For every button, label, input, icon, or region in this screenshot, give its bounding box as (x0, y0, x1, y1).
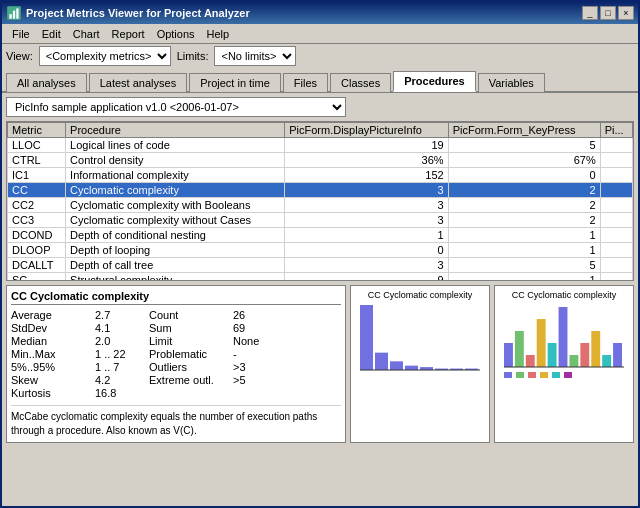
table-cell-5-1: Cyclomatic complexity without Cases (66, 213, 285, 228)
table-cell-5-0: CC3 (8, 213, 66, 228)
table-cell-5-2: 3 (285, 213, 448, 228)
view-select[interactable]: <Complexity metrics> (39, 46, 171, 66)
stats-value: 26 (233, 309, 293, 321)
menu-item-help[interactable]: Help (201, 26, 236, 42)
close-button[interactable]: × (618, 6, 634, 20)
table-cell-3-0: CC (8, 183, 66, 198)
stats-value: 2.0 (95, 335, 145, 347)
table-cell-1-1: Control density (66, 153, 285, 168)
limits-select[interactable]: <No limits> (214, 46, 296, 66)
table-cell-5-3: 2 (448, 213, 600, 228)
charts-area: CC Cyclomatic complexity CC Cyclomatic c… (350, 285, 634, 443)
tab-latest-analyses[interactable]: Latest analyses (89, 73, 187, 92)
menu-item-edit[interactable]: Edit (36, 26, 67, 42)
table-cell-9-0: SC (8, 273, 66, 282)
menu-item-options[interactable]: Options (151, 26, 201, 42)
tabs-container: All analysesLatest analysesProject in ti… (2, 68, 638, 93)
stats-value: 1 .. 22 (95, 348, 145, 360)
table-cell-8-0: DCALLT (8, 258, 66, 273)
table-cell-9-2: 9 (285, 273, 448, 282)
metrics-table-container[interactable]: MetricProcedurePicForm.DisplayPictureInf… (6, 121, 634, 281)
table-cell-8-2: 3 (285, 258, 448, 273)
svg-rect-6 (390, 361, 403, 370)
window-controls: _ □ × (582, 6, 634, 20)
stats-label: 5%..95% (11, 361, 91, 373)
table-cell-7-2: 0 (285, 243, 448, 258)
tab-variables[interactable]: Variables (478, 73, 545, 92)
table-cell-9-1: Structural complexity (66, 273, 285, 282)
table-row[interactable]: CC3Cyclomatic complexity without Cases32 (8, 213, 633, 228)
table-cell-3-4 (600, 183, 632, 198)
window-title: Project Metrics Viewer for Project Analy… (26, 7, 582, 19)
table-cell-6-4 (600, 228, 632, 243)
table-cell-0-0: LLOC (8, 138, 66, 153)
table-cell-1-4 (600, 153, 632, 168)
titlebar: Project Metrics Viewer for Project Analy… (2, 2, 638, 24)
tab-project-in-time[interactable]: Project in time (189, 73, 281, 92)
stats-label: Count (149, 309, 229, 321)
svg-rect-13 (504, 343, 513, 367)
table-row[interactable]: CCCyclomatic complexity32 (8, 183, 633, 198)
table-cell-2-1: Informational complexity (66, 168, 285, 183)
table-cell-0-3: 5 (448, 138, 600, 153)
svg-rect-4 (360, 305, 373, 370)
col-header-3: PicForm.Form_KeyPress (448, 123, 600, 138)
tab-classes[interactable]: Classes (330, 73, 391, 92)
stats-value: None (233, 335, 293, 347)
table-row[interactable]: DCALLTDepth of call tree35 (8, 258, 633, 273)
table-row[interactable]: CTRLControl density36%67% (8, 153, 633, 168)
table-row[interactable]: LLOCLogical lines of code195 (8, 138, 633, 153)
table-row[interactable]: DCONDDepth of conditional nesting11 (8, 228, 633, 243)
tab-all-analyses[interactable]: All analyses (6, 73, 87, 92)
maximize-button[interactable]: □ (600, 6, 616, 20)
svg-rect-29 (552, 372, 560, 378)
menu-item-report[interactable]: Report (106, 26, 151, 42)
minimize-button[interactable]: _ (582, 6, 598, 20)
svg-rect-14 (515, 331, 524, 367)
table-cell-7-3: 1 (448, 243, 600, 258)
limits-label: Limits: (177, 50, 209, 62)
table-row[interactable]: DLOOPDepth of looping01 (8, 243, 633, 258)
stats-label: Sum (149, 322, 229, 334)
stats-label (149, 387, 229, 399)
table-cell-4-3: 2 (448, 198, 600, 213)
svg-rect-19 (569, 355, 578, 367)
table-cell-7-0: DLOOP (8, 243, 66, 258)
svg-rect-30 (564, 372, 572, 378)
stats-value: 1 .. 7 (95, 361, 145, 373)
table-cell-2-2: 152 (285, 168, 448, 183)
table-cell-7-1: Depth of looping (66, 243, 285, 258)
stats-label: Outliers (149, 361, 229, 373)
table-cell-6-0: DCOND (8, 228, 66, 243)
stats-title: CC Cyclomatic complexity (11, 290, 341, 305)
stats-label: Limit (149, 335, 229, 347)
table-cell-3-3: 2 (448, 183, 600, 198)
svg-rect-26 (516, 372, 524, 378)
table-row[interactable]: CC2Cyclomatic complexity with Booleans32 (8, 198, 633, 213)
col-header-1: Procedure (66, 123, 285, 138)
table-cell-2-4 (600, 168, 632, 183)
stats-label: Median (11, 335, 91, 347)
table-cell-1-0: CTRL (8, 153, 66, 168)
tab-files[interactable]: Files (283, 73, 328, 92)
stats-value: 4.1 (95, 322, 145, 334)
tab-procedures[interactable]: Procedures (393, 71, 476, 92)
svg-rect-5 (375, 353, 388, 370)
table-cell-2-0: IC1 (8, 168, 66, 183)
chart-left-inner (355, 302, 485, 382)
menu-item-file[interactable]: File (6, 26, 36, 42)
chart-left-title: CC Cyclomatic complexity (355, 290, 485, 300)
table-cell-0-1: Logical lines of code (66, 138, 285, 153)
svg-rect-16 (537, 319, 546, 367)
chart-right-svg (499, 302, 629, 382)
table-row[interactable]: IC1Informational complexity1520 (8, 168, 633, 183)
menu-item-chart[interactable]: Chart (67, 26, 106, 42)
svg-rect-25 (504, 372, 512, 378)
col-header-2: PicForm.DisplayPictureInfo (285, 123, 448, 138)
table-cell-9-4 (600, 273, 632, 282)
project-select[interactable]: PicInfo sample application v1.0 <2006-01… (6, 97, 346, 117)
stats-value: >3 (233, 361, 293, 373)
table-row[interactable]: SCStructural complexity91 (8, 273, 633, 282)
table-cell-1-3: 67% (448, 153, 600, 168)
bottom-section: CC Cyclomatic complexity Average2.7Count… (6, 285, 634, 443)
